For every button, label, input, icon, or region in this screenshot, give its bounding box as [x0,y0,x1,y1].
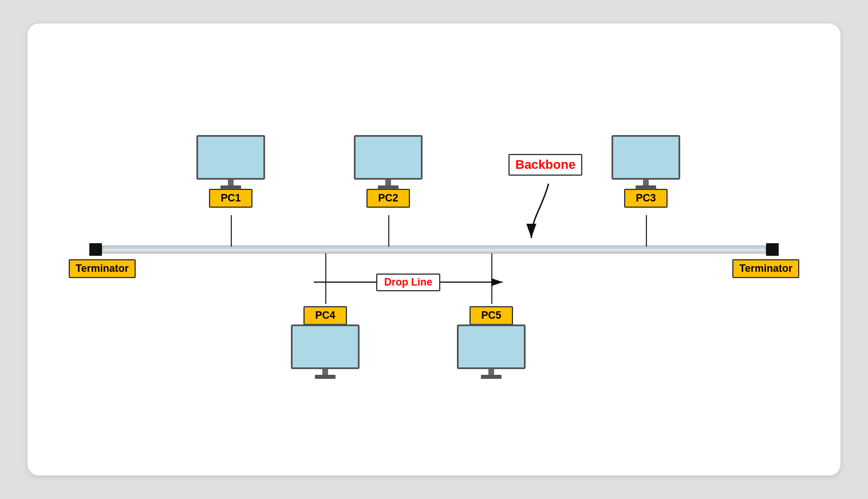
pc3-monitor [611,135,680,187]
pc5-screen [457,324,526,369]
pc3-screen [611,135,680,180]
pc1-unit: PC1 [196,135,265,208]
pc4-unit: PC4 [291,304,360,379]
pc2-stand-base [378,185,399,189]
pc3-unit: PC3 [611,135,680,208]
pc1-label: PC1 [209,189,252,208]
pc2-stand-neck [385,180,391,185]
pc4-monitor [291,327,360,379]
pc3-stand-neck [643,180,649,185]
pc5-monitor [457,327,526,379]
connector-pc3 [646,215,647,247]
pc2-label: PC2 [366,189,409,208]
pc3-label: PC3 [624,189,667,208]
connector-pc2 [388,215,389,247]
pc1-monitor [196,135,265,187]
connector-pc1 [231,215,232,247]
pc2-monitor [354,135,423,187]
pc4-screen [291,324,360,369]
backbone-cable [102,245,766,254]
terminator-right-block [766,243,779,256]
terminator-left-label: Terminator [69,259,136,278]
pc5-label: PC5 [469,306,512,325]
pc5-stand-neck [488,369,494,375]
pc5-stand-base [481,375,502,379]
pc2-unit: PC2 [354,135,423,208]
dropline-label: Drop Line [376,274,440,291]
diagram-canvas: Terminator Terminator PC1 PC2 PC3 [27,23,841,476]
pc2-screen [354,135,423,180]
pc5-unit: PC5 [457,304,526,379]
pc1-stand-neck [228,180,234,185]
pc4-stand-neck [322,369,328,375]
terminator-left-block [89,243,102,256]
pc1-screen [196,135,265,180]
pc1-stand-base [220,185,241,189]
pc3-stand-base [636,185,656,189]
pc4-stand-base [315,375,336,379]
pc4-label: PC4 [303,306,346,325]
backbone-label: Backbone [508,154,582,176]
dropline-container: Drop Line [308,271,508,294]
terminator-right-label: Terminator [732,259,799,278]
